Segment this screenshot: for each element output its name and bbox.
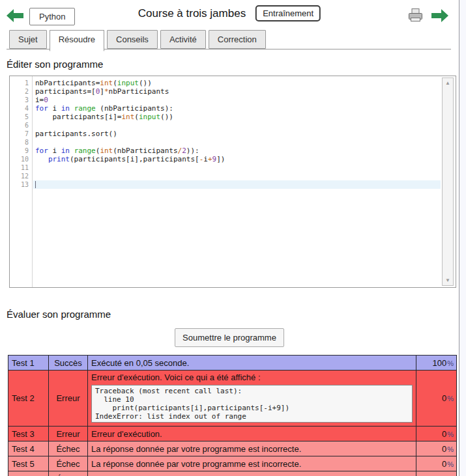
edit-section-heading: Éditer son programme — [7, 59, 459, 70]
page-content: Python Course à trois jambes Entraînemen… — [0, 0, 459, 476]
code-line: participants[i]=int(input()) — [33, 113, 441, 121]
tab-sujet[interactable]: Sujet — [9, 30, 47, 49]
score-cell: 0% — [416, 427, 457, 441]
line-number: 4 — [10, 104, 32, 113]
test-cell: Test 2 — [8, 371, 49, 427]
results-table-body: Test 1SuccèsExécuté en 0,05 seconde.100%… — [8, 356, 457, 476]
line-number: 6 — [10, 121, 32, 130]
line-number: 9 — [10, 147, 32, 155]
training-badge: Entraînement — [255, 5, 321, 21]
test-cell: Test 4 — [8, 441, 49, 456]
print-button[interactable] — [407, 8, 424, 25]
editor-code[interactable]: nbParticipants=int(input())participants=… — [33, 76, 441, 287]
tab-conseils[interactable]: Conseils — [107, 30, 158, 49]
back-button[interactable] — [7, 9, 24, 24]
submit-button[interactable]: Soumettre le programme — [175, 328, 284, 347]
code-line: for i in range(int(nbParticipants/2)): — [33, 147, 441, 155]
status-cell: Erreur — [49, 371, 88, 427]
scroll-up-icon[interactable]: ▲ — [443, 80, 453, 86]
editor-gutter: 12345678910111213 — [10, 76, 33, 287]
status-cell: Succès — [49, 356, 88, 371]
message-cell: La réponse donnée par votre programme es… — [88, 456, 416, 471]
header-right — [407, 8, 448, 25]
status-cell: Échec — [49, 471, 88, 476]
score-cell: 0% — [416, 371, 457, 427]
code-line — [33, 180, 441, 189]
table-row: Test 4ÉchecLa réponse donnée par votre p… — [8, 441, 457, 456]
scroll-down-icon[interactable]: ▼ — [443, 277, 453, 283]
tab-correction[interactable]: Correction — [209, 30, 266, 49]
code-line — [33, 172, 441, 180]
back-arrow-icon — [7, 9, 24, 24]
score-cell: 100% — [416, 356, 457, 371]
test-cell: Test 5 — [8, 456, 49, 471]
table-row: Test 2ErreurErreur d'exécution. Voici ce… — [8, 371, 457, 427]
table-row: Test 3ErreurErreur d'exécution.0% — [8, 427, 457, 441]
tab-résoudre[interactable]: Résoudre — [50, 30, 104, 51]
tab-activité[interactable]: Activité — [160, 30, 206, 49]
code-line: i=0 — [33, 96, 441, 104]
printer-icon — [407, 8, 424, 25]
forward-arrow-icon — [431, 9, 448, 24]
score-cell: 0% — [416, 441, 457, 456]
line-number: 3 — [10, 96, 32, 104]
line-number: 2 — [10, 87, 32, 96]
code-line — [33, 163, 441, 172]
code-editor[interactable]: 12345678910111213 nbParticipants=int(inp… — [9, 76, 456, 288]
page-title: Course à trois jambes — [138, 7, 246, 20]
code-line: nbParticipants=int(input()) — [33, 79, 441, 87]
line-number: 7 — [10, 130, 32, 138]
message-cell: La réponse donnée par votre programme es… — [88, 441, 416, 456]
message-text: Erreur d'exécution. Voici ce qui a été a… — [88, 371, 416, 384]
message-text: Erreur d'exécution. — [88, 427, 416, 441]
line-number: 10 — [10, 155, 32, 163]
message-text: La réponse donnée par votre programme es… — [88, 457, 416, 471]
test-cell: Test 1 — [8, 356, 49, 371]
status-cell: Échec — [49, 441, 88, 456]
line-number: 8 — [10, 138, 32, 147]
page-scrollbar[interactable] — [459, 0, 466, 476]
message-text: La réponse donnée par votre programme es… — [88, 442, 416, 456]
message-text: Exécuté en 0,05 seconde. — [88, 356, 416, 370]
message-cell: Erreur d'exécution. Voici ce qui a été a… — [88, 371, 416, 427]
submit-row: Soumettre le programme — [0, 328, 459, 347]
status-cell: Erreur — [49, 427, 88, 441]
line-number: 11 — [10, 163, 32, 172]
table-row: Test 6ÉchecLa réponse donnée par votre p… — [8, 471, 457, 476]
table-row: Test 1SuccèsExécuté en 0,05 seconde.100% — [8, 356, 457, 371]
table-row: Test 5ÉchecLa réponse donnée par votre p… — [8, 456, 457, 471]
message-cell: La réponse donnée par votre programme es… — [88, 471, 416, 476]
score-cell: 0% — [416, 456, 457, 471]
tab-bar: SujetRésoudreConseilsActivitéCorrection — [7, 30, 451, 49]
traceback-box: Traceback (most recent call last): line … — [91, 385, 413, 423]
line-number: 1 — [10, 79, 32, 87]
line-number: 13 — [10, 180, 32, 189]
evaluate-section-heading: Évaluer son programme — [7, 309, 459, 320]
title-group: Course à trois jambes Entraînement — [138, 5, 321, 21]
header: Python Course à trois jambes Entraînemen… — [0, 0, 459, 27]
test-cell: Test 3 — [8, 427, 49, 441]
header-left: Python — [7, 8, 75, 25]
test-cell: Test 6 — [8, 471, 49, 476]
code-line: print(participants[i],participants[-i+9]… — [33, 155, 441, 163]
message-cell: Erreur d'exécution. — [88, 427, 416, 441]
code-line: for i in range (nbParticipants): — [33, 104, 441, 113]
message-cell: Exécuté en 0,05 seconde. — [88, 356, 416, 371]
results-table: Test 1SuccèsExécuté en 0,05 seconde.100%… — [8, 355, 457, 476]
editor-scrollbar[interactable]: ▲ ▼ — [442, 77, 454, 286]
code-line — [33, 121, 441, 130]
code-line: participants=[0]*nbParticipants — [33, 87, 441, 96]
code-line: participants.sort() — [33, 130, 441, 138]
line-number: 5 — [10, 113, 32, 121]
line-number: 12 — [10, 172, 32, 180]
score-cell: 0% — [416, 471, 457, 476]
language-button[interactable]: Python — [29, 8, 75, 25]
code-line — [33, 138, 441, 147]
message-text: La réponse donnée par votre programme es… — [88, 472, 416, 476]
forward-button[interactable] — [431, 9, 448, 24]
status-cell: Échec — [49, 456, 88, 471]
